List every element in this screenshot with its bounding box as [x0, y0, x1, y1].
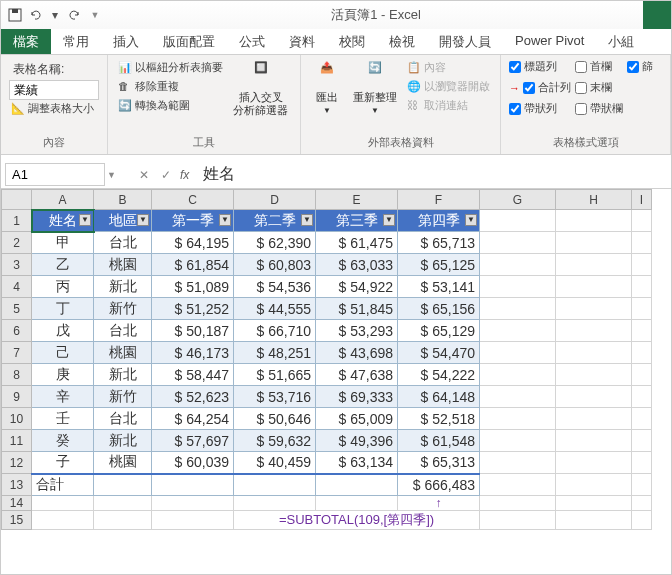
- cell[interactable]: 戊: [32, 320, 94, 342]
- row-header[interactable]: 15: [2, 511, 32, 530]
- cell[interactable]: [632, 452, 652, 474]
- cell[interactable]: $ 53,293: [316, 320, 398, 342]
- cell[interactable]: 丙: [32, 276, 94, 298]
- cell[interactable]: 丁: [32, 298, 94, 320]
- cell[interactable]: [632, 474, 652, 496]
- cell[interactable]: [480, 276, 556, 298]
- cell[interactable]: [32, 511, 94, 530]
- namebox-dropdown-icon[interactable]: ▼: [107, 170, 116, 180]
- redo-icon[interactable]: [67, 7, 83, 23]
- cell[interactable]: $ 58,447: [152, 364, 234, 386]
- table-name-input[interactable]: [9, 80, 99, 100]
- tab-review[interactable]: 校閱: [327, 29, 377, 54]
- cell[interactable]: $ 59,632: [234, 430, 316, 452]
- last-col-checkbox[interactable]: 末欄: [575, 80, 623, 95]
- filter-button-checkbox[interactable]: 篩: [627, 59, 653, 74]
- col-header[interactable]: B: [94, 190, 152, 210]
- cell[interactable]: $ 50,187: [152, 320, 234, 342]
- cell[interactable]: [316, 474, 398, 496]
- cell[interactable]: 辛: [32, 386, 94, 408]
- cell[interactable]: $ 66,710: [234, 320, 316, 342]
- cell[interactable]: [480, 342, 556, 364]
- cell[interactable]: $ 40,459: [234, 452, 316, 474]
- save-icon[interactable]: [7, 7, 23, 23]
- cell[interactable]: 新竹: [94, 386, 152, 408]
- cell[interactable]: $ 53,141: [398, 276, 480, 298]
- cell[interactable]: 庚: [32, 364, 94, 386]
- cell[interactable]: [556, 511, 632, 530]
- cell[interactable]: $ 51,665: [234, 364, 316, 386]
- row-header[interactable]: 3: [2, 254, 32, 276]
- select-all-corner[interactable]: [2, 190, 32, 210]
- col-header[interactable]: I: [632, 190, 652, 210]
- tab-data[interactable]: 資料: [277, 29, 327, 54]
- row-header[interactable]: 13: [2, 474, 32, 496]
- cell[interactable]: [480, 210, 556, 232]
- cell[interactable]: [480, 232, 556, 254]
- cell[interactable]: [632, 430, 652, 452]
- col-header[interactable]: F: [398, 190, 480, 210]
- cell[interactable]: $ 54,222: [398, 364, 480, 386]
- cell[interactable]: [480, 430, 556, 452]
- row-header[interactable]: 4: [2, 276, 32, 298]
- cell[interactable]: 台北: [94, 232, 152, 254]
- cell[interactable]: [152, 474, 234, 496]
- col-header[interactable]: E: [316, 190, 398, 210]
- filter-dropdown-icon[interactable]: ▼: [219, 214, 231, 226]
- cell[interactable]: [556, 452, 632, 474]
- tab-powerpivot[interactable]: Power Pivot: [503, 29, 596, 54]
- cell[interactable]: $ 63,033: [316, 254, 398, 276]
- cell[interactable]: [556, 364, 632, 386]
- cell[interactable]: $ 62,390: [234, 232, 316, 254]
- row-header[interactable]: 8: [2, 364, 32, 386]
- cell[interactable]: $ 61,548: [398, 430, 480, 452]
- row-header[interactable]: 14: [2, 496, 32, 511]
- table-header-cell[interactable]: 第三季▼: [316, 210, 398, 232]
- cell[interactable]: [480, 320, 556, 342]
- cell[interactable]: [556, 254, 632, 276]
- cell[interactable]: [632, 364, 652, 386]
- cell[interactable]: 新北: [94, 364, 152, 386]
- cell[interactable]: $ 65,009: [316, 408, 398, 430]
- cell[interactable]: $ 57,697: [152, 430, 234, 452]
- cell[interactable]: [480, 511, 556, 530]
- cell[interactable]: $ 61,475: [316, 232, 398, 254]
- remove-duplicates-button[interactable]: 🗑移除重複: [116, 78, 225, 95]
- formula-bar[interactable]: 姓名: [203, 164, 235, 185]
- cell[interactable]: [32, 496, 94, 511]
- cell[interactable]: $ 65,129: [398, 320, 480, 342]
- total-row-checkbox[interactable]: →合計列: [509, 80, 571, 95]
- cell[interactable]: $ 53,716: [234, 386, 316, 408]
- row-header[interactable]: 9: [2, 386, 32, 408]
- cell[interactable]: $ 54,922: [316, 276, 398, 298]
- cell[interactable]: 乙: [32, 254, 94, 276]
- cell[interactable]: [94, 496, 152, 511]
- undo-icon[interactable]: [27, 7, 43, 23]
- filter-dropdown-icon[interactable]: ▼: [383, 214, 395, 226]
- properties-button[interactable]: 📋內容: [405, 59, 492, 76]
- total-label-cell[interactable]: 合計: [32, 474, 94, 496]
- convert-range-button[interactable]: 🔄轉換為範圍: [116, 97, 225, 114]
- cell[interactable]: 癸: [32, 430, 94, 452]
- cell[interactable]: [632, 496, 652, 511]
- table-header-cell[interactable]: 姓名▼: [32, 210, 94, 232]
- tab-developer[interactable]: 開發人員: [427, 29, 503, 54]
- cell[interactable]: 桃園: [94, 452, 152, 474]
- cell[interactable]: 新竹: [94, 298, 152, 320]
- tab-layout[interactable]: 版面配置: [151, 29, 227, 54]
- cell[interactable]: [556, 342, 632, 364]
- cell[interactable]: [556, 408, 632, 430]
- cell[interactable]: $ 61,854: [152, 254, 234, 276]
- name-box[interactable]: [5, 163, 105, 186]
- cell[interactable]: $ 54,536: [234, 276, 316, 298]
- qat-more-icon[interactable]: ▼: [87, 7, 103, 23]
- col-header[interactable]: D: [234, 190, 316, 210]
- insert-slicer-button[interactable]: 🔲插入交叉 分析篩選器: [229, 59, 292, 133]
- cell[interactable]: $ 64,148: [398, 386, 480, 408]
- cell[interactable]: $ 65,125: [398, 254, 480, 276]
- banded-cols-checkbox[interactable]: 帶狀欄: [575, 101, 623, 116]
- pivot-summary-button[interactable]: 📊以樞紐分析表摘要: [116, 59, 225, 76]
- col-header[interactable]: G: [480, 190, 556, 210]
- cell[interactable]: $ 69,333: [316, 386, 398, 408]
- cell[interactable]: 桃園: [94, 342, 152, 364]
